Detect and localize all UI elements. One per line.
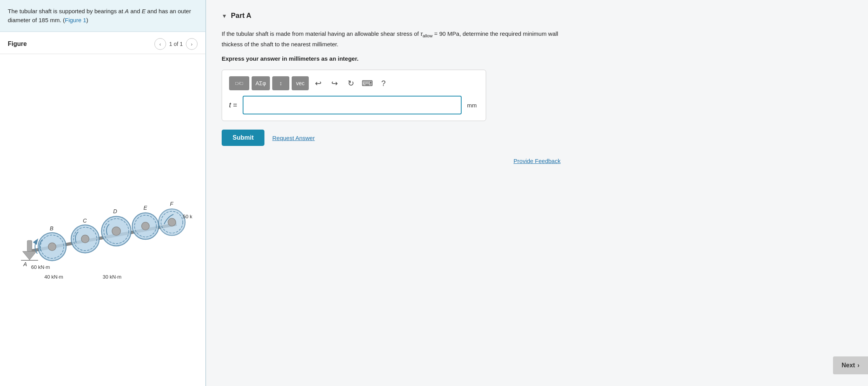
math-toolbar: □√□ ΑΣφ ↕ vec ↩ ↪ ↻ ⌨ ?	[229, 76, 479, 90]
figure-prev-button[interactable]: ‹	[154, 38, 166, 50]
problem-text: The tubular shaft is supported by bearin…	[8, 8, 191, 23]
figure-image-area: A B 60 kN·m 40 kN·m C	[0, 54, 205, 386]
svg-text:50 kN·m: 50 kN·m	[183, 214, 192, 219]
svg-text:30 kN·m: 30 kN·m	[103, 274, 121, 280]
question-text: If the tubular shaft is made from materi…	[222, 29, 572, 49]
svg-text:C: C	[83, 218, 87, 224]
svg-point-13	[81, 235, 89, 243]
svg-point-22	[142, 222, 149, 230]
svg-rect-3	[27, 240, 32, 251]
gear-diagram-svg: A B 60 kN·m 40 kN·m C	[13, 146, 192, 294]
left-panel: The tubular shaft is supported by bearin…	[0, 0, 206, 386]
svg-text:E: E	[144, 205, 147, 211]
part-title: Part A	[231, 12, 251, 20]
figure-nav: ‹ 1 of 1 ›	[154, 38, 198, 50]
svg-point-26	[168, 218, 176, 226]
figure-next-button[interactable]: ›	[186, 38, 198, 50]
svg-marker-1	[23, 251, 37, 260]
problem-statement: The tubular shaft is supported by bearin…	[0, 0, 205, 32]
letter-e: E	[142, 8, 145, 14]
math-unit-label: mm	[467, 102, 479, 109]
answer-instruction: Express your answer in millimeters as an…	[222, 55, 852, 62]
part-header: ▼ Part A	[222, 12, 852, 20]
math-input-row: t = mm	[229, 96, 479, 114]
svg-text:B: B	[50, 225, 53, 232]
submit-button[interactable]: Submit	[222, 130, 264, 146]
math-btn-vec[interactable]: vec	[292, 76, 309, 90]
math-btn-undo[interactable]: ↩	[311, 76, 325, 90]
next-label: Next	[842, 362, 855, 369]
math-variable-label: t =	[229, 101, 237, 109]
provide-feedback-button[interactable]: Provide Feedback	[222, 158, 852, 164]
math-btn-keyboard[interactable]: ⌨	[360, 76, 374, 90]
allow-subscript: allow	[423, 33, 433, 38]
figure-link[interactable]: Figure 1	[65, 17, 86, 23]
math-btn-redo[interactable]: ↪	[327, 76, 341, 90]
svg-text:D: D	[113, 208, 117, 214]
letter-a: A	[125, 8, 129, 14]
figure-count: 1 of 1	[169, 41, 183, 47]
math-btn-arrows[interactable]: ↕	[272, 76, 289, 90]
math-btn-symbols[interactable]: ΑΣφ	[252, 76, 270, 90]
next-button[interactable]: Next ›	[833, 356, 868, 374]
figure-title: Figure	[8, 40, 154, 47]
request-answer-button[interactable]: Request Answer	[272, 135, 315, 141]
math-input-field[interactable]	[243, 96, 462, 114]
svg-text:40 kN·m: 40 kN·m	[44, 274, 63, 280]
action-row: Submit Request Answer	[222, 130, 852, 146]
math-btn-template[interactable]: □√□	[229, 76, 249, 90]
svg-text:60 kN·m: 60 kN·m	[31, 264, 50, 270]
right-panel: ▼ Part A If the tubular shaft is made fr…	[206, 0, 868, 386]
math-btn-refresh[interactable]: ↻	[344, 76, 358, 90]
collapse-arrow[interactable]: ▼	[222, 13, 227, 19]
math-input-container: □√□ ΑΣφ ↕ vec ↩ ↪ ↻ ⌨ ? t = mm	[222, 70, 486, 121]
svg-point-7	[48, 243, 56, 251]
svg-text:A: A	[23, 261, 27, 267]
math-btn-help[interactable]: ?	[376, 76, 390, 90]
next-arrow-icon: ›	[858, 362, 859, 369]
svg-point-17	[112, 227, 121, 235]
svg-text:F: F	[170, 201, 174, 207]
figure-header: Figure ‹ 1 of 1 ›	[0, 32, 205, 54]
